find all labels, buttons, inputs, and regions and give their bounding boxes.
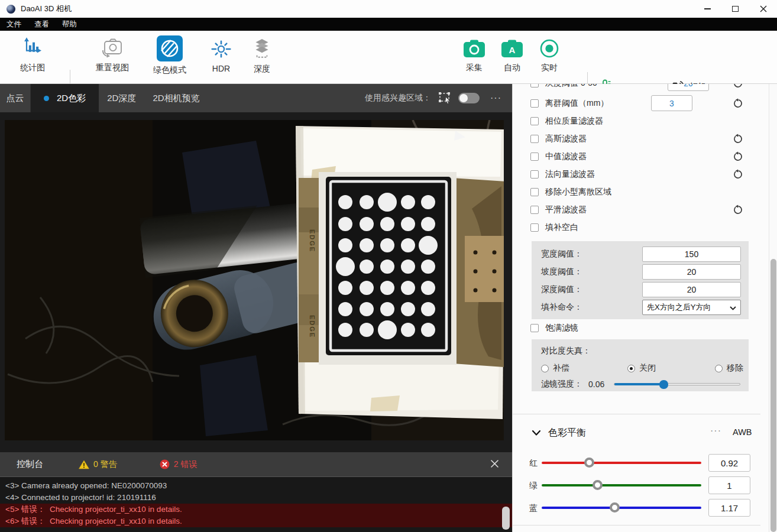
live-label: 实时 — [532, 63, 567, 73]
outlier-threshold-label: 离群阈值（mm） — [545, 98, 608, 109]
view-tabbar: 点云 2D色彩 2D深度 2D相机预览 使用感兴趣区域： ··· — [0, 84, 512, 112]
green-mode-button[interactable]: 绿色模式 — [146, 35, 193, 76]
auto-button[interactable]: A 自动 — [494, 39, 530, 73]
tab-2d-depth[interactable]: 2D深度 — [99, 84, 144, 112]
green-mode-label: 绿色模式 — [146, 65, 193, 76]
radio-close-label: 关闭 — [639, 363, 656, 374]
roi-select-icon[interactable] — [438, 92, 452, 105]
settings-panel: 灰度阈值 0-50 20 离群阈值（mm） 3 相位质量滤波器 高斯滤波器 — [512, 84, 769, 532]
blue-slider[interactable] — [542, 507, 701, 509]
tape-brand-text: EDGE — [309, 315, 316, 338]
green-slider[interactable] — [542, 484, 701, 486]
svg-text:A: A — [509, 45, 516, 55]
radio-compensate-label: 补偿 — [553, 363, 569, 374]
saturation-label: 饱满滤镜 — [545, 323, 578, 333]
tabbar-more-menu[interactable]: ··· — [490, 93, 501, 103]
slope-threshold-label: 坡度阈值： — [541, 267, 582, 277]
active-tab-dot-icon — [44, 96, 49, 101]
slope-threshold-input[interactable]: 20 — [642, 264, 741, 280]
green-value-input[interactable]: 1 — [708, 476, 750, 494]
camera-viewport[interactable]: EDGE EDGE — [0, 112, 512, 452]
phase-quality-checkbox[interactable] — [530, 117, 539, 125]
chevron-down-icon[interactable] — [532, 430, 541, 436]
width-threshold-label: 宽度阈值： — [541, 249, 582, 259]
maximize-button[interactable] — [721, 0, 749, 18]
tab-pointcloud[interactable]: 点云 — [0, 84, 31, 112]
menu-view[interactable]: 查看 — [28, 18, 56, 31]
normal-filter-label: 法向量滤波器 — [545, 169, 595, 180]
radio-close[interactable]: 关闭 — [627, 363, 656, 374]
menu-help[interactable]: 帮助 — [56, 18, 83, 31]
menu-file[interactable]: 文件 — [0, 18, 28, 31]
width-threshold-input[interactable]: 150 — [642, 246, 741, 262]
depth-threshold-input[interactable]: 20 — [642, 282, 741, 297]
filter-row-gaussian: 高斯滤波器 — [513, 130, 769, 148]
console-log[interactable]: <3> Camera already opened: NE0200070093 … — [0, 477, 512, 532]
remove-small-checkbox[interactable] — [530, 188, 539, 196]
depth-button[interactable]: 深度 — [244, 38, 280, 74]
settings-scrollbar-thumb[interactable] — [770, 259, 776, 532]
capture-button[interactable]: 采集 — [457, 39, 492, 73]
filter-row-median: 中值滤波器 — [513, 148, 769, 166]
filter-row-saturation: 饱满滤镜 — [513, 319, 769, 337]
reset-icon[interactable] — [733, 169, 743, 180]
strength-slider-handle[interactable] — [659, 380, 668, 389]
outlier-threshold-checkbox[interactable] — [530, 99, 539, 108]
tab-pointcloud-label: 点云 — [7, 93, 24, 104]
normal-filter-checkbox[interactable] — [530, 170, 539, 179]
stats-button[interactable]: 统计图 — [9, 35, 56, 73]
live-button[interactable]: 实时 — [532, 38, 567, 73]
roi-label: 使用感兴趣区域： — [365, 93, 431, 103]
strength-slider[interactable] — [614, 383, 740, 385]
gaussian-checkbox[interactable] — [530, 135, 539, 143]
console-scrollbar[interactable] — [502, 507, 510, 530]
reset-icon[interactable] — [733, 98, 743, 109]
reset-view-button[interactable]: 重置视图 — [89, 35, 136, 73]
outlier-threshold-input[interactable]: 3 — [651, 95, 692, 111]
tab-2d-color[interactable]: 2D色彩 — [31, 84, 99, 112]
roi-toggle[interactable] — [458, 93, 480, 103]
maximize-icon — [732, 6, 739, 12]
radio-dot — [627, 365, 635, 372]
fill-blank-checkbox[interactable] — [530, 223, 539, 232]
gray-threshold-checkbox[interactable] — [530, 84, 539, 87]
green-slider-handle[interactable] — [593, 480, 603, 490]
log-line: <4> Connected to projector! id: 21019111… — [0, 492, 512, 504]
smooth-label: 平滑滤波器 — [545, 205, 587, 215]
color-balance-more-menu[interactable]: ··· — [710, 426, 721, 436]
error-count-label: 2 错误 — [174, 459, 198, 470]
tab-2d-color-label: 2D色彩 — [57, 93, 86, 104]
section-divider — [513, 525, 760, 525]
fill-command-dropdown[interactable]: 先X方向之后Y方向 — [642, 300, 741, 315]
tape-brand-text: EDGE — [309, 229, 316, 252]
reset-icon[interactable] — [733, 151, 743, 162]
tab-2d-depth-label: 2D深度 — [107, 93, 136, 104]
window-title: DaoAI 3D 相机 — [21, 4, 72, 14]
settings-scrollbar[interactable] — [769, 84, 777, 532]
blue-value-input[interactable]: 1.17 — [708, 499, 750, 517]
red-value-input[interactable]: 0.92 — [708, 454, 750, 472]
radio-compensate[interactable]: 补偿 — [541, 363, 569, 374]
red-slider-handle[interactable] — [584, 458, 594, 468]
close-button[interactable] — [749, 0, 777, 18]
saturation-checkbox[interactable] — [530, 324, 539, 332]
median-checkbox[interactable] — [530, 153, 539, 161]
red-slider[interactable] — [542, 462, 701, 464]
log-line: <5> 错误： Checking projector_ti_xx10 in de… — [0, 504, 512, 515]
console-close-icon[interactable] — [490, 459, 499, 468]
strength-value: 0.06 — [588, 379, 604, 389]
radio-remove[interactable]: 移除 — [715, 363, 743, 374]
tab-2d-preview[interactable]: 2D相机预览 — [144, 84, 208, 112]
reset-icon[interactable] — [733, 134, 743, 144]
hdr-button[interactable]: HDR — [203, 38, 239, 73]
reset-icon[interactable] — [733, 84, 743, 89]
reset-icon[interactable] — [733, 205, 743, 215]
auto-label: 自动 — [494, 63, 530, 73]
awb-button[interactable]: AWB — [733, 427, 752, 437]
minimize-button[interactable] — [694, 0, 721, 18]
blue-slider-handle[interactable] — [610, 502, 620, 512]
smooth-checkbox[interactable] — [530, 206, 539, 214]
gray-threshold-input[interactable]: 20 — [668, 84, 709, 91]
radio-remove-label: 移除 — [727, 363, 743, 374]
blue-balance-row: 蓝 1.17 — [513, 499, 760, 517]
